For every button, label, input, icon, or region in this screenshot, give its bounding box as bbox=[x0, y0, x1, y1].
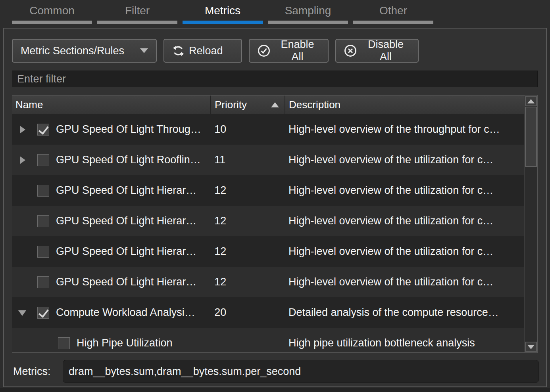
tab-underline bbox=[12, 21, 92, 24]
toolbar: Metric Sections/Rules Reload Enable All bbox=[12, 39, 419, 63]
tab-common[interactable]: Common bbox=[12, 0, 92, 24]
filter-input[interactable] bbox=[12, 71, 538, 87]
tab-other[interactable]: Other bbox=[353, 0, 433, 24]
table-row[interactable]: GPU Speed Of Light Hierar… 12 High-level… bbox=[12, 236, 524, 267]
column-header-name[interactable]: Name bbox=[12, 96, 211, 114]
row-name-cell: High Pipe Utilization bbox=[12, 328, 210, 352]
tab-label: Common bbox=[29, 4, 75, 17]
column-header-priority[interactable]: Priority bbox=[211, 96, 285, 114]
row-description-cell: High-level overview of the utilization f… bbox=[285, 206, 524, 236]
metric-sections-dropdown[interactable]: Metric Sections/Rules bbox=[12, 39, 157, 63]
bottom-strip bbox=[0, 388, 550, 392]
row-name-cell: GPU Speed Of Light Hierar… bbox=[12, 175, 210, 206]
row-priority-cell: 11 bbox=[210, 145, 285, 175]
tab-underline bbox=[97, 21, 177, 24]
row-name-label: GPU Speed Of Light Hierar… bbox=[56, 215, 196, 227]
row-name-cell: GPU Speed Of Light Hierar… bbox=[12, 267, 210, 297]
table-row[interactable]: Compute Workload Analysi… 20 Detailed an… bbox=[12, 297, 524, 328]
row-name-label: GPU Speed Of Light Throug… bbox=[56, 123, 201, 136]
table-row[interactable]: GPU Speed Of Light Hierar… 12 High-level… bbox=[12, 206, 524, 236]
scroll-down-icon bbox=[527, 345, 535, 349]
expander-icon[interactable] bbox=[19, 278, 26, 287]
x-circle-icon bbox=[344, 44, 357, 57]
row-name-label: GPU Speed Of Light Rooflin… bbox=[56, 154, 201, 166]
metrics-options-dialog: Common Filter Metrics Sampling Other Met… bbox=[0, 0, 550, 392]
expander-icon[interactable] bbox=[19, 186, 26, 195]
row-checkbox[interactable] bbox=[37, 246, 49, 258]
row-checkbox[interactable] bbox=[37, 185, 49, 197]
expander-icon[interactable] bbox=[19, 156, 26, 164]
scroll-up-icon bbox=[527, 99, 535, 103]
row-description-cell: High-level overview of the throughput fo… bbox=[285, 114, 524, 145]
row-name-label: GPU Speed Of Light Hierar… bbox=[56, 245, 196, 258]
sort-ascending-icon bbox=[271, 102, 279, 107]
row-checkbox[interactable] bbox=[37, 307, 49, 319]
tab-underline bbox=[183, 21, 263, 24]
row-checkbox[interactable] bbox=[37, 276, 49, 288]
tab-underline bbox=[353, 21, 433, 24]
expander-icon[interactable] bbox=[19, 125, 26, 134]
scrollbar-up-button[interactable] bbox=[525, 96, 537, 106]
row-priority-cell bbox=[210, 328, 285, 352]
expander-icon[interactable] bbox=[40, 339, 46, 348]
row-checkbox[interactable] bbox=[37, 215, 49, 227]
disable-all-button[interactable]: Disable All bbox=[335, 39, 419, 63]
column-header-name-label: Name bbox=[15, 99, 43, 111]
tab-filter[interactable]: Filter bbox=[97, 0, 177, 24]
row-priority-cell: 20 bbox=[210, 297, 285, 328]
expander-icon[interactable] bbox=[19, 217, 26, 226]
row-description-cell: High-level overview of the utilization f… bbox=[285, 175, 524, 206]
metrics-label: Metrics: bbox=[13, 360, 51, 383]
reload-button[interactable]: Reload bbox=[163, 39, 242, 63]
enable-all-button[interactable]: Enable All bbox=[249, 39, 329, 63]
row-description-cell: High pipe utilization bottleneck analysi… bbox=[285, 328, 524, 352]
row-name-cell: GPU Speed Of Light Rooflin… bbox=[12, 145, 210, 175]
row-name-cell: GPU Speed Of Light Throug… bbox=[12, 114, 210, 145]
expander-icon[interactable] bbox=[19, 308, 26, 317]
row-description-cell: Detailed analysis of the compute resourc… bbox=[285, 297, 524, 328]
table-row[interactable]: GPU Speed Of Light Throug… 10 High-level… bbox=[12, 114, 524, 145]
metrics-bar: Metrics: bbox=[4, 360, 546, 383]
reload-icon bbox=[172, 45, 184, 57]
row-description-cell: High-level overview of the utilization f… bbox=[285, 236, 524, 267]
row-name-cell: GPU Speed Of Light Hierar… bbox=[12, 236, 210, 267]
table-header: Name Priority Description bbox=[12, 96, 537, 114]
row-checkbox[interactable] bbox=[37, 124, 49, 136]
reload-button-label: Reload bbox=[189, 45, 223, 57]
column-header-description[interactable]: Description bbox=[285, 96, 525, 114]
table-row[interactable]: GPU Speed Of Light Hierar… 12 High-level… bbox=[12, 175, 524, 206]
row-priority-cell: 12 bbox=[210, 175, 285, 206]
row-name-label: GPU Speed Of Light Hierar… bbox=[56, 276, 196, 288]
tab-label: Other bbox=[379, 4, 407, 17]
table-row[interactable]: GPU Speed Of Light Rooflin… 11 High-leve… bbox=[12, 145, 524, 175]
tab-bar: Common Filter Metrics Sampling Other bbox=[12, 0, 438, 24]
tab-metrics[interactable]: Metrics bbox=[183, 0, 263, 24]
row-checkbox[interactable] bbox=[58, 337, 70, 349]
table-row[interactable]: GPU Speed Of Light Hierar… 12 High-level… bbox=[12, 267, 524, 297]
metric-sections-dropdown-label: Metric Sections/Rules bbox=[21, 45, 124, 57]
row-priority-cell: 12 bbox=[210, 206, 285, 236]
expander-icon[interactable] bbox=[19, 247, 26, 256]
row-name-label: High Pipe Utilization bbox=[77, 337, 173, 349]
table-row[interactable]: High Pipe Utilization High pipe utilizat… bbox=[12, 328, 524, 352]
row-name-label: Compute Workload Analysi… bbox=[56, 306, 195, 319]
tab-label: Metrics bbox=[205, 4, 240, 17]
table-body: GPU Speed Of Light Throug… 10 High-level… bbox=[12, 114, 524, 352]
row-priority-cell: 10 bbox=[210, 114, 285, 145]
enable-all-button-label: Enable All bbox=[275, 38, 320, 63]
check-circle-icon bbox=[258, 44, 270, 57]
row-checkbox[interactable] bbox=[37, 154, 49, 166]
metrics-input[interactable] bbox=[63, 360, 539, 383]
column-header-description-label: Description bbox=[289, 99, 340, 111]
scrollbar-down-button[interactable] bbox=[525, 342, 537, 352]
row-name-cell: GPU Speed Of Light Hierar… bbox=[12, 206, 210, 236]
row-description-cell: High-level overview of the utilization f… bbox=[285, 267, 524, 297]
vertical-scrollbar[interactable] bbox=[524, 96, 537, 352]
disable-all-button-label: Disable All bbox=[362, 38, 410, 63]
metrics-panel: Metric Sections/Rules Reload Enable All bbox=[3, 28, 547, 387]
row-description-cell: High-level overview of the utilization f… bbox=[285, 145, 524, 175]
scrollbar-thumb[interactable] bbox=[525, 107, 537, 167]
tab-label: Sampling bbox=[285, 4, 331, 17]
tab-sampling[interactable]: Sampling bbox=[268, 0, 348, 24]
metrics-table: Name Priority Description GPU Speed Of L… bbox=[12, 95, 538, 353]
